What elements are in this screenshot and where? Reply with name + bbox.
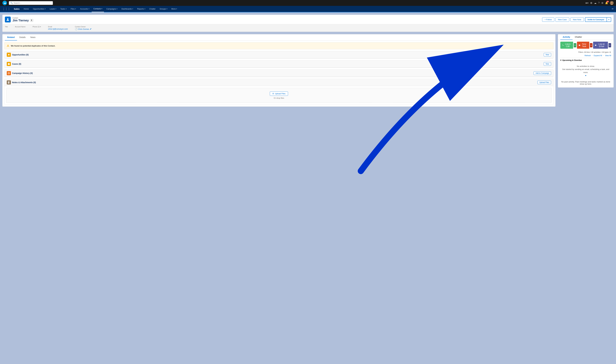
no-activities-text: No activities to show. — [560, 65, 611, 68]
phone-label: Phone (2) ▾ — [33, 26, 41, 28]
chevron-down-icon: ▾ — [132, 8, 133, 10]
warning-icon: ⚠ — [7, 44, 9, 47]
svg-text:☁: ☁ — [3, 1, 6, 4]
tab-details[interactable]: Details — [17, 34, 28, 40]
chevron-down-icon: ▾ — [89, 8, 89, 10]
new-case-button[interactable]: New Case — [556, 17, 569, 22]
nav-item-accounts[interactable]: Accounts ▾ — [78, 6, 91, 12]
nav-item-groups[interactable]: Groups ▾ — [158, 6, 169, 12]
phone-value — [33, 28, 41, 30]
add-to-campaign-button[interactable]: Add to Campaign — [534, 71, 551, 75]
view-all-link[interactable]: View All — [605, 54, 611, 57]
svg-rect-13 — [8, 82, 9, 82]
nav-item-chatter[interactable]: Chatter — [148, 6, 157, 12]
invite-to-conveyor-button[interactable]: Invite to Conveyor — [585, 17, 607, 22]
campaign-history-title: Campaign History (0) — [7, 71, 33, 75]
salesforce-logo[interactable]: ☁ — [2, 0, 7, 5]
chevron-down-icon: ▾ — [45, 8, 45, 10]
tab-activity[interactable]: Activity — [560, 34, 573, 40]
star-icon[interactable]: ★▾ — [585, 2, 588, 4]
top-bar: ☁ 🔍 ★▾ ⊕ ☁ ? ⚙ 🔔 11 — [0, 0, 616, 6]
edit-nav-icon[interactable]: ✏ — [611, 7, 615, 10]
right-column: Activity Chatter Log a Call ▾ — [558, 34, 614, 108]
nav-item-tasks[interactable]: Tasks ▾ — [59, 6, 68, 12]
get-started-text: Get started by sending an email, schedul… — [560, 68, 611, 74]
nav-item-dashboards[interactable]: Dashboards ▾ — [120, 6, 135, 12]
tab-chatter[interactable]: Chatter — [573, 34, 584, 40]
campaign-history-section: Campaign History (0) Add to Campaign — [4, 69, 554, 77]
log-email-button[interactable]: Log an Email — [593, 42, 608, 49]
new-case-button[interactable]: New — [544, 62, 551, 66]
notification-bell[interactable]: 🔔 11 — [605, 2, 608, 4]
app-grid-icon[interactable]: ⋮⋮⋮ — [1, 7, 12, 11]
notes-header: Notes & Attachments (0) Upload Files — [4, 79, 553, 86]
nav-item-more[interactable]: More ▾ — [170, 6, 179, 12]
contact-type-icon — [5, 17, 11, 22]
title-label: Title — [5, 26, 8, 27]
help-icon[interactable]: ? — [598, 2, 600, 4]
opportunities-title: Opportunities (0) — [7, 53, 29, 57]
refresh-link[interactable]: Refresh — [585, 54, 591, 57]
svg-point-10 — [9, 73, 9, 74]
contact-email-field: Email chris+jt@conveyor.com — [48, 26, 68, 30]
phone-dropdown-icon[interactable]: ▾ — [40, 26, 41, 27]
email-label: Email — [48, 26, 68, 27]
contact-actions: + Follow New Case New Note Invite to Con… — [542, 17, 611, 22]
settings-icon[interactable]: ⚙ — [601, 2, 603, 4]
contact-title-field: Title — [5, 26, 8, 30]
contact-account-field: Account Name — [15, 26, 25, 30]
tab-related[interactable]: Related — [5, 34, 17, 40]
nav-item-reports[interactable]: Reports ▾ — [135, 6, 147, 12]
log-call-button[interactable]: Log a Call — [560, 42, 573, 49]
invite-dropdown-button[interactable]: ▾ — [607, 17, 611, 22]
search-input[interactable] — [14, 2, 51, 4]
upcoming-section: ▾ Upcoming & Overdue No activities to sh… — [558, 58, 614, 87]
campaign-history-header: Campaign History (0) Add to Campaign — [4, 70, 553, 77]
owner-value: 🕐 Chris Gomes — [75, 28, 92, 30]
email-icon — [595, 44, 596, 46]
upload-files-header-button[interactable]: Upload Files — [537, 81, 551, 84]
svg-point-5 — [7, 18, 9, 20]
app-name: Sales — [12, 8, 21, 10]
add-icon[interactable]: ⊕ — [590, 1, 592, 5]
upcoming-body: No activities to show. Get started by se… — [560, 63, 611, 79]
new-task-button[interactable]: New Task — [577, 42, 589, 49]
contact-card-header: Contact Jim Tierney + Follow New Case Ne… — [2, 15, 614, 24]
main-content: Contact Jim Tierney + Follow New Case Ne… — [0, 12, 616, 364]
nav-item-opportunities[interactable]: Opportunities ▾ — [31, 6, 47, 12]
collapse-icon[interactable]: ▾ — [560, 59, 561, 61]
log-call-dropdown[interactable]: ▾ — [574, 43, 576, 47]
filters-settings-icon[interactable]: ⚙ — [609, 51, 611, 53]
follow-button[interactable]: + Follow — [542, 17, 554, 22]
activity-tabs: Activity Chatter — [558, 34, 614, 40]
new-task-dropdown[interactable]: ▾ — [590, 43, 592, 47]
expand-all-link[interactable]: Expand All — [594, 54, 602, 57]
tab-news[interactable]: News — [28, 34, 38, 40]
nav-item-home[interactable]: Home — [22, 6, 30, 12]
owner-edit-icon[interactable] — [90, 28, 92, 30]
notification-count: 11 — [606, 1, 609, 2]
nav-item-contacts[interactable]: Contacts ▾ — [92, 6, 104, 12]
upload-files-button[interactable]: ⬆ Upload Files — [270, 91, 288, 96]
chevron-down-icon: ▾ — [101, 8, 102, 10]
log-email-dropdown[interactable]: ▾ — [609, 43, 611, 47]
opportunities-section: Opportunities (0) New — [4, 51, 554, 59]
campaign-icon — [7, 71, 11, 75]
cases-section: Cases (0) New — [4, 60, 554, 68]
search-bar[interactable]: 🔍 — [9, 1, 53, 5]
cloud-icon[interactable]: ☁ — [594, 2, 596, 4]
avatar[interactable] — [610, 1, 614, 5]
contact-phone-field: Phone (2) ▾ — [33, 26, 41, 30]
nav-item-files[interactable]: Files ▾ — [69, 6, 78, 12]
svg-rect-14 — [8, 83, 9, 83]
activity-card: Activity Chatter Log a Call ▾ — [558, 34, 614, 88]
contact-badge — [30, 19, 33, 22]
svg-point-6 — [31, 20, 32, 20]
new-note-button[interactable]: New Note — [571, 17, 584, 22]
nav-bar: ⋮⋮⋮ Sales Home Opportunities ▾ Leads ▾ T… — [0, 6, 616, 12]
cases-header: Cases (0) New — [4, 60, 553, 68]
nav-item-campaigns[interactable]: Campaigns ▾ — [105, 6, 119, 12]
new-opportunity-button[interactable]: New — [544, 53, 551, 56]
email-value[interactable]: chris+jt@conveyor.com — [48, 28, 68, 30]
nav-item-leads[interactable]: Leads ▾ — [48, 6, 58, 12]
